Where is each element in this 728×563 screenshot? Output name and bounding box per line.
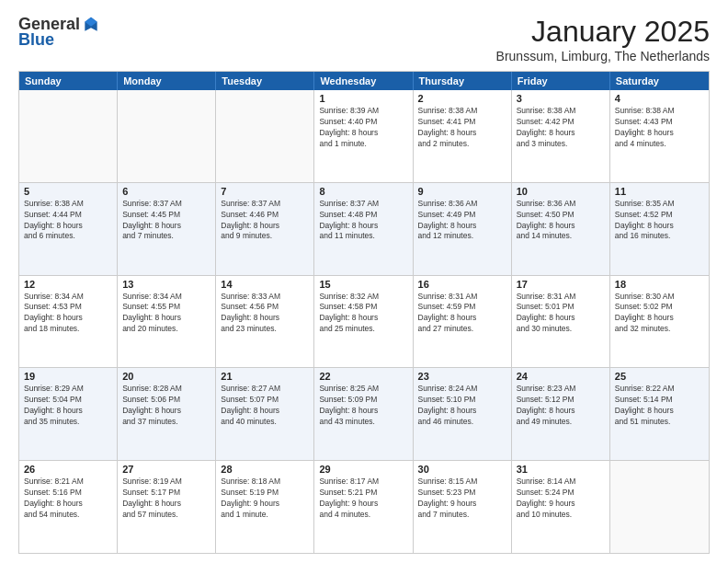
day-info: Sunrise: 8:30 AM Sunset: 5:02 PM Dayligh… bbox=[615, 292, 704, 336]
cal-cell: 2Sunrise: 8:38 AM Sunset: 4:41 PM Daylig… bbox=[414, 90, 512, 182]
title-block: January 2025 Brunssum, Limburg, The Neth… bbox=[496, 15, 710, 63]
day-number: 31 bbox=[517, 464, 605, 475]
day-number: 12 bbox=[24, 279, 112, 290]
cal-cell: 28Sunrise: 8:18 AM Sunset: 5:19 PM Dayli… bbox=[216, 461, 314, 553]
day-info: Sunrise: 8:37 AM Sunset: 4:46 PM Dayligh… bbox=[221, 199, 309, 243]
day-number: 5 bbox=[24, 186, 112, 197]
day-number: 22 bbox=[319, 371, 407, 382]
day-number: 14 bbox=[221, 279, 309, 290]
cal-cell: 16Sunrise: 8:31 AM Sunset: 4:59 PM Dayli… bbox=[414, 276, 512, 368]
cal-cell: 10Sunrise: 8:36 AM Sunset: 4:50 PM Dayli… bbox=[512, 183, 610, 275]
day-number: 21 bbox=[221, 371, 309, 382]
day-number: 26 bbox=[24, 464, 112, 475]
day-info: Sunrise: 8:38 AM Sunset: 4:42 PM Dayligh… bbox=[517, 106, 605, 150]
cal-cell: 5Sunrise: 8:38 AM Sunset: 4:44 PM Daylig… bbox=[19, 183, 118, 275]
day-number: 27 bbox=[122, 464, 210, 475]
day-info: Sunrise: 8:39 AM Sunset: 4:40 PM Dayligh… bbox=[319, 106, 407, 150]
cal-cell bbox=[610, 461, 709, 553]
cal-cell: 30Sunrise: 8:15 AM Sunset: 5:23 PM Dayli… bbox=[414, 461, 512, 553]
cal-row-3: 12Sunrise: 8:34 AM Sunset: 4:53 PM Dayli… bbox=[19, 275, 709, 368]
cal-cell: 6Sunrise: 8:37 AM Sunset: 4:45 PM Daylig… bbox=[118, 183, 216, 275]
day-number: 20 bbox=[122, 371, 210, 382]
day-info: Sunrise: 8:14 AM Sunset: 5:24 PM Dayligh… bbox=[517, 477, 605, 521]
cal-cell: 1Sunrise: 8:39 AM Sunset: 4:40 PM Daylig… bbox=[314, 90, 413, 182]
day-info: Sunrise: 8:34 AM Sunset: 4:55 PM Dayligh… bbox=[122, 292, 210, 336]
calendar-body: 1Sunrise: 8:39 AM Sunset: 4:40 PM Daylig… bbox=[19, 90, 709, 553]
logo-icon bbox=[82, 16, 100, 34]
day-number: 7 bbox=[221, 186, 309, 197]
day-number: 16 bbox=[418, 279, 506, 290]
day-number: 25 bbox=[615, 371, 704, 382]
day-info: Sunrise: 8:31 AM Sunset: 4:59 PM Dayligh… bbox=[418, 292, 506, 336]
day-info: Sunrise: 8:38 AM Sunset: 4:41 PM Dayligh… bbox=[418, 106, 506, 150]
day-number: 13 bbox=[122, 279, 210, 290]
day-number: 18 bbox=[615, 279, 704, 290]
logo: General Blue bbox=[18, 15, 100, 50]
day-info: Sunrise: 8:25 AM Sunset: 5:09 PM Dayligh… bbox=[319, 384, 407, 428]
cal-cell: 24Sunrise: 8:23 AM Sunset: 5:12 PM Dayli… bbox=[512, 368, 610, 460]
day-info: Sunrise: 8:31 AM Sunset: 5:01 PM Dayligh… bbox=[517, 292, 605, 336]
cal-cell: 11Sunrise: 8:35 AM Sunset: 4:52 PM Dayli… bbox=[610, 183, 709, 275]
day-number: 3 bbox=[517, 93, 605, 104]
cal-header-cell-wednesday: Wednesday bbox=[314, 72, 413, 90]
day-info: Sunrise: 8:38 AM Sunset: 4:44 PM Dayligh… bbox=[24, 199, 112, 243]
day-info: Sunrise: 8:33 AM Sunset: 4:56 PM Dayligh… bbox=[221, 292, 309, 336]
day-info: Sunrise: 8:32 AM Sunset: 4:58 PM Dayligh… bbox=[319, 292, 407, 336]
cal-row-2: 5Sunrise: 8:38 AM Sunset: 4:44 PM Daylig… bbox=[19, 182, 709, 275]
cal-cell: 23Sunrise: 8:24 AM Sunset: 5:10 PM Dayli… bbox=[414, 368, 512, 460]
cal-header-cell-sunday: Sunday bbox=[19, 72, 118, 90]
cal-cell: 21Sunrise: 8:27 AM Sunset: 5:07 PM Dayli… bbox=[216, 368, 314, 460]
page: General Blue January 2025 Brunssum, Limb… bbox=[0, 0, 728, 563]
day-info: Sunrise: 8:36 AM Sunset: 4:50 PM Dayligh… bbox=[517, 199, 605, 243]
calendar-header: SundayMondayTuesdayWednesdayThursdayFrid… bbox=[19, 72, 709, 90]
cal-cell: 27Sunrise: 8:19 AM Sunset: 5:17 PM Dayli… bbox=[118, 461, 216, 553]
cal-header-cell-friday: Friday bbox=[512, 72, 610, 90]
day-number: 8 bbox=[319, 186, 407, 197]
day-info: Sunrise: 8:35 AM Sunset: 4:52 PM Dayligh… bbox=[615, 199, 704, 243]
cal-cell: 17Sunrise: 8:31 AM Sunset: 5:01 PM Dayli… bbox=[512, 276, 610, 368]
cal-cell: 14Sunrise: 8:33 AM Sunset: 4:56 PM Dayli… bbox=[216, 276, 314, 368]
cal-cell: 15Sunrise: 8:32 AM Sunset: 4:58 PM Dayli… bbox=[314, 276, 413, 368]
cal-cell bbox=[118, 90, 216, 182]
cal-cell: 20Sunrise: 8:28 AM Sunset: 5:06 PM Dayli… bbox=[118, 368, 216, 460]
day-number: 17 bbox=[517, 279, 605, 290]
day-info: Sunrise: 8:18 AM Sunset: 5:19 PM Dayligh… bbox=[221, 477, 309, 521]
day-number: 15 bbox=[319, 279, 407, 290]
cal-cell: 25Sunrise: 8:22 AM Sunset: 5:14 PM Dayli… bbox=[610, 368, 709, 460]
logo-blue: Blue bbox=[18, 30, 54, 50]
day-number: 1 bbox=[319, 93, 407, 104]
cal-cell: 12Sunrise: 8:34 AM Sunset: 4:53 PM Dayli… bbox=[19, 276, 118, 368]
day-number: 10 bbox=[517, 186, 605, 197]
cal-header-cell-tuesday: Tuesday bbox=[216, 72, 314, 90]
cal-cell: 22Sunrise: 8:25 AM Sunset: 5:09 PM Dayli… bbox=[314, 368, 413, 460]
day-number: 2 bbox=[418, 93, 506, 104]
day-number: 11 bbox=[615, 186, 704, 197]
day-info: Sunrise: 8:27 AM Sunset: 5:07 PM Dayligh… bbox=[221, 384, 309, 428]
day-info: Sunrise: 8:28 AM Sunset: 5:06 PM Dayligh… bbox=[122, 384, 210, 428]
day-info: Sunrise: 8:24 AM Sunset: 5:10 PM Dayligh… bbox=[418, 384, 506, 428]
header: General Blue January 2025 Brunssum, Limb… bbox=[18, 15, 710, 63]
cal-cell: 3Sunrise: 8:38 AM Sunset: 4:42 PM Daylig… bbox=[512, 90, 610, 182]
day-number: 29 bbox=[319, 464, 407, 475]
cal-cell bbox=[216, 90, 314, 182]
day-info: Sunrise: 8:38 AM Sunset: 4:43 PM Dayligh… bbox=[615, 106, 704, 150]
cal-header-cell-monday: Monday bbox=[118, 72, 216, 90]
day-number: 6 bbox=[122, 186, 210, 197]
cal-cell: 19Sunrise: 8:29 AM Sunset: 5:04 PM Dayli… bbox=[19, 368, 118, 460]
day-number: 23 bbox=[418, 371, 506, 382]
day-info: Sunrise: 8:21 AM Sunset: 5:16 PM Dayligh… bbox=[24, 477, 112, 521]
cal-cell: 29Sunrise: 8:17 AM Sunset: 5:21 PM Dayli… bbox=[314, 461, 413, 553]
day-number: 30 bbox=[418, 464, 506, 475]
day-number: 19 bbox=[24, 371, 112, 382]
month-title: January 2025 bbox=[496, 15, 710, 49]
cal-header-cell-thursday: Thursday bbox=[414, 72, 512, 90]
day-info: Sunrise: 8:15 AM Sunset: 5:23 PM Dayligh… bbox=[418, 477, 506, 521]
cal-cell bbox=[19, 90, 118, 182]
day-info: Sunrise: 8:29 AM Sunset: 5:04 PM Dayligh… bbox=[24, 384, 112, 428]
day-number: 28 bbox=[221, 464, 309, 475]
cal-cell: 7Sunrise: 8:37 AM Sunset: 4:46 PM Daylig… bbox=[216, 183, 314, 275]
cal-cell: 18Sunrise: 8:30 AM Sunset: 5:02 PM Dayli… bbox=[610, 276, 709, 368]
day-info: Sunrise: 8:36 AM Sunset: 4:49 PM Dayligh… bbox=[418, 199, 506, 243]
day-info: Sunrise: 8:37 AM Sunset: 4:45 PM Dayligh… bbox=[122, 199, 210, 243]
cal-row-1: 1Sunrise: 8:39 AM Sunset: 4:40 PM Daylig… bbox=[19, 90, 709, 182]
